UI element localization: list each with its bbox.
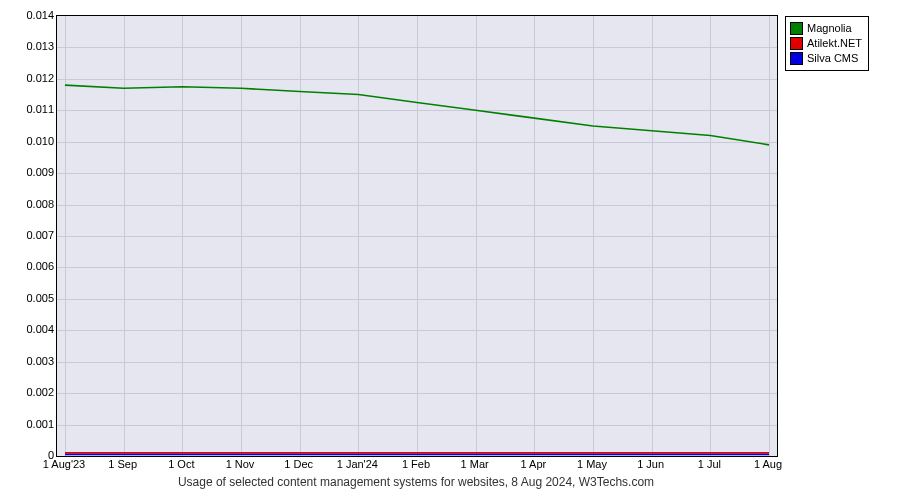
x-tick-label: 1 Mar [461,458,489,470]
x-tick-label: 1 Aug [754,458,782,470]
legend-label: Silva CMS [807,51,858,66]
y-tick-label: 0.008 [10,198,54,210]
x-tick-label: 1 Sep [108,458,137,470]
x-tick-label: 1 Dec [284,458,313,470]
plot-area [56,15,778,457]
x-tick-label: 1 Jul [698,458,721,470]
legend-item: Magnolia [790,21,862,36]
y-tick-label: 0.001 [10,418,54,430]
y-tick-label: 0.010 [10,135,54,147]
series-line [65,85,769,145]
y-tick-label: 0.012 [10,72,54,84]
y-tick-label: 0.006 [10,260,54,272]
x-tick-label: 1 Feb [402,458,430,470]
y-tick-label: 0.011 [10,103,54,115]
legend: Magnolia Atilekt.NET Silva CMS [785,16,869,71]
chart-caption: Usage of selected content management sys… [56,475,776,489]
x-tick-label: 1 May [577,458,607,470]
legend-swatch-icon [790,37,803,50]
y-tick-label: 0.009 [10,166,54,178]
chart-container: 00.0010.0020.0030.0040.0050.0060.0070.00… [10,10,890,490]
x-tick-label: 1 Apr [520,458,546,470]
y-tick-label: 0.014 [10,9,54,21]
legend-item: Atilekt.NET [790,36,862,51]
y-tick-label: 0.004 [10,323,54,335]
x-tick-label: 1 Jan'24 [337,458,378,470]
legend-item: Silva CMS [790,51,862,66]
y-tick-label: 0.013 [10,40,54,52]
legend-label: Magnolia [807,21,852,36]
x-tick-label: 1 Nov [226,458,255,470]
legend-label: Atilekt.NET [807,36,862,51]
legend-swatch-icon [790,22,803,35]
y-tick-label: 0.002 [10,386,54,398]
chart-lines [57,16,777,456]
legend-swatch-icon [790,52,803,65]
x-tick-label: 1 Jun [637,458,664,470]
y-tick-label: 0.007 [10,229,54,241]
y-tick-label: 0.005 [10,292,54,304]
x-tick-label: 1 Aug'23 [43,458,85,470]
x-tick-label: 1 Oct [168,458,194,470]
y-tick-label: 0.003 [10,355,54,367]
